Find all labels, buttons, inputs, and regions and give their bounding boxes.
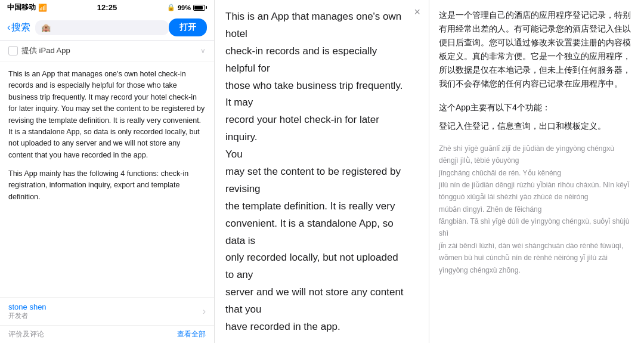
chevron-down-icon: ∨ <box>200 47 206 55</box>
status-bar: 中国移动 📶 12:25 🔒 99% <box>0 0 214 15</box>
search-bar: ‹ 搜索 🏨 打开 <box>0 15 214 41</box>
close-button[interactable]: × <box>414 6 420 18</box>
developer-row[interactable]: stone shen 开发者 › <box>0 297 214 325</box>
back-button[interactable]: ‹ 搜索 <box>7 21 30 34</box>
ipad-check-row[interactable]: 提供 iPad App ∨ <box>0 41 214 61</box>
right-content: 这是一个管理自己的酒店的应用程序登记记录，特别有用经常出差的人。有可能记录您的酒… <box>429 0 644 343</box>
app-icon-small: 🏨 <box>41 23 51 32</box>
description-paragraph-2: This App mainly has the following 4 func… <box>8 168 206 203</box>
right-panel: 这是一个管理自己的酒店的应用程序登记记录，特别有用经常出差的人。有可能记录您的酒… <box>429 0 644 343</box>
chinese-functions-header: 这个App主要有以下4个功能： <box>439 101 634 115</box>
left-panel: 中国移动 📶 12:25 🔒 99% ‹ 搜索 🏨 打开 提供 iPad App… <box>0 0 215 343</box>
highlighted-you: You <box>225 146 243 163</box>
developer-role: 开发者 <box>8 311 203 320</box>
carrier-label: 中国移动 <box>7 2 36 13</box>
chinese-functions-list: 登记入住登记，信息查询，出口和模板定义。 <box>439 119 634 133</box>
back-chevron-icon: ‹ <box>7 22 10 33</box>
middle-content: This is an App that manages one's own ho… <box>215 0 429 343</box>
middle-text-line: This is an App that manages one's own ho… <box>225 11 404 332</box>
middle-paragraph-1: This is an App that manages one's own ho… <box>225 8 405 336</box>
pinyin-text: Zhè shì yīgè guǎnlǐ zìjǐ de jiǔdiàn de y… <box>439 143 634 276</box>
status-right: 🔒 99% <box>167 4 207 11</box>
status-left: 中国移动 📶 <box>7 2 47 13</box>
lock-icon: 🔒 <box>167 4 175 11</box>
ipad-label: 提供 iPad App <box>21 45 197 56</box>
status-time: 12:25 <box>97 3 117 12</box>
search-input-area[interactable]: 🏨 <box>35 20 169 35</box>
highlighted-that-you: that you <box>225 304 262 315</box>
developer-chevron-icon: › <box>203 306 206 317</box>
review-left-label: 评价及评论 <box>8 329 44 339</box>
highlighted-revising: revising <box>225 183 261 194</box>
back-label: 搜索 <box>11 21 30 34</box>
ipad-checkbox[interactable] <box>8 46 18 55</box>
developer-name: stone shen <box>8 302 203 311</box>
battery-icon <box>193 5 207 11</box>
chinese-main-text: 这是一个管理自己的酒店的应用程序登记记录，特别有用经常出差的人。有可能记录您的酒… <box>439 8 634 91</box>
battery-label: 99% <box>178 4 191 11</box>
open-button[interactable]: 打开 <box>169 18 207 36</box>
review-right-label[interactable]: 查看全部 <box>177 329 206 339</box>
developer-info: stone shen 开发者 <box>8 302 203 320</box>
review-bar: 评价及评论 查看全部 <box>0 325 214 343</box>
wifi-icon: 📶 <box>38 4 47 12</box>
app-description: This is an App that manages one's own ho… <box>0 61 214 297</box>
middle-panel: × This is an App that manages one's own … <box>215 0 429 343</box>
description-paragraph-1: This is an App that manages one's own ho… <box>8 69 206 161</box>
